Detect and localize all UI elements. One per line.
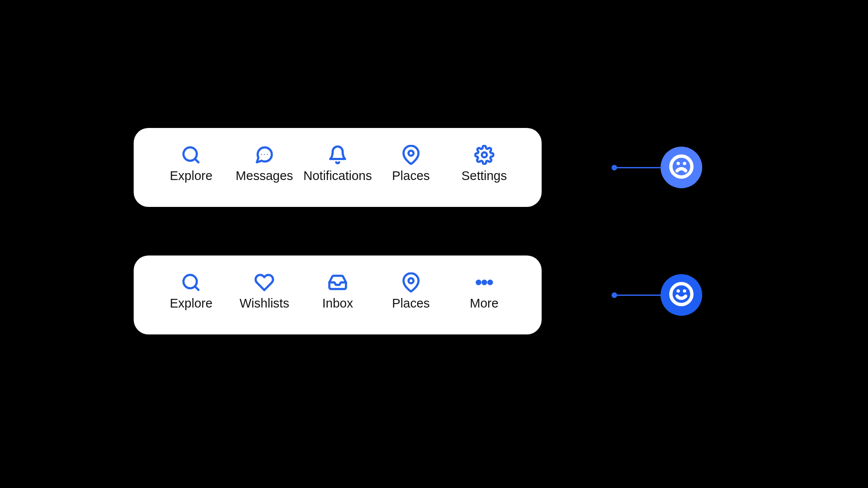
smile-icon: [669, 282, 694, 308]
svg-point-5: [408, 151, 414, 156]
search-icon: [181, 272, 201, 293]
svg-point-7: [671, 156, 692, 177]
tab-explore[interactable]: Explore: [155, 144, 228, 183]
sad-face-badge: [661, 147, 702, 188]
svg-point-6: [482, 152, 487, 157]
tab-label: Messages: [236, 169, 293, 183]
search-icon: [181, 144, 201, 165]
pin-icon: [401, 144, 421, 165]
svg-point-12: [408, 278, 414, 283]
tab-explore[interactable]: Explore: [155, 272, 228, 311]
tabbar-top: Explore Messages Notifications Places: [134, 128, 542, 207]
bell-icon: [327, 144, 348, 165]
svg-point-3: [264, 154, 265, 155]
svg-line-1: [195, 159, 198, 162]
tab-messages[interactable]: Messages: [228, 144, 301, 183]
heart-icon: [254, 272, 275, 293]
svg-point-16: [671, 284, 692, 305]
svg-point-2: [261, 154, 262, 155]
tabbar-row-bottom: Explore Wishlists Inbox Places: [134, 255, 702, 334]
feedback-happy: [615, 274, 702, 316]
pin-icon: [401, 272, 421, 293]
svg-line-11: [195, 286, 198, 290]
gear-icon: [474, 144, 495, 165]
tab-label: Notifications: [303, 169, 372, 183]
tab-places[interactable]: Places: [374, 144, 447, 183]
frown-icon: [669, 154, 694, 181]
tab-label: Explore: [170, 296, 212, 311]
chat-icon: [254, 144, 275, 165]
more-icon: [474, 272, 495, 293]
tabbar-bottom: Explore Wishlists Inbox Places: [134, 255, 542, 334]
happy-face-badge: [661, 274, 702, 316]
tab-label: More: [470, 296, 499, 311]
tab-inbox[interactable]: Inbox: [301, 272, 375, 311]
tab-label: Wishlists: [240, 296, 289, 311]
svg-point-4: [267, 154, 268, 155]
tab-label: Places: [392, 296, 430, 311]
inbox-icon: [327, 272, 348, 293]
tab-label: Places: [392, 169, 430, 183]
connector-line: [615, 167, 661, 168]
tab-settings[interactable]: Settings: [447, 144, 521, 183]
connector-line: [615, 295, 661, 296]
svg-point-14: [483, 281, 486, 284]
feedback-sad: [615, 147, 702, 188]
tabbar-row-top: Explore Messages Notifications Places: [134, 128, 702, 207]
tab-more[interactable]: More: [447, 272, 521, 311]
tab-label: Explore: [170, 169, 212, 183]
tab-wishlists[interactable]: Wishlists: [228, 272, 301, 311]
svg-point-15: [488, 281, 492, 284]
tab-label: Inbox: [322, 296, 353, 311]
tab-places[interactable]: Places: [374, 272, 447, 311]
svg-point-13: [477, 281, 480, 284]
tab-notifications[interactable]: Notifications: [301, 144, 375, 183]
tab-label: Settings: [461, 169, 507, 183]
